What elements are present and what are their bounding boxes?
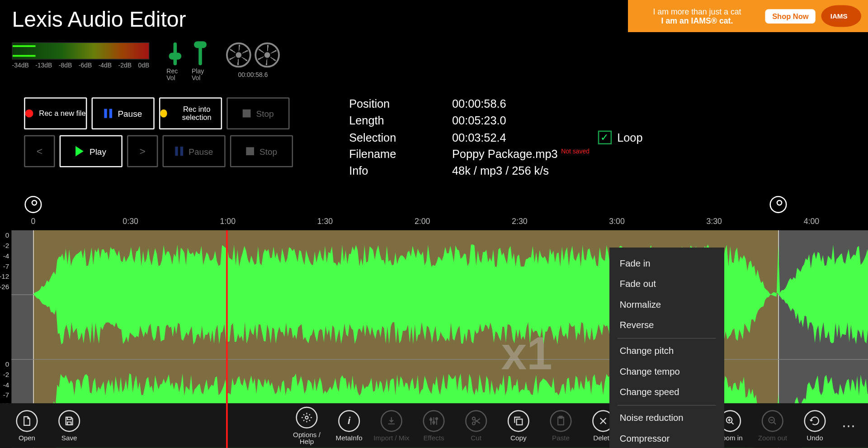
bottom-toolbar: Open Save Options / Help iMetaInfo Impor… (0, 403, 868, 448)
record-pause-button[interactable]: Pause (92, 97, 155, 129)
zoom-in-icon (725, 415, 736, 426)
menu-change-pitch[interactable]: Change pitch (609, 341, 724, 362)
effects-context-menu: Fade in Fade out Normalize Reverse Chang… (609, 248, 724, 448)
play-button[interactable]: Play (60, 135, 123, 167)
menu-fade-out[interactable]: Fade out (609, 274, 724, 295)
playhead[interactable] (226, 230, 228, 448)
more-button[interactable]: ⋯ (836, 418, 862, 434)
zoom-out-button: Zoom out (751, 410, 794, 442)
play-icon (76, 146, 84, 157)
metainfo-button[interactable]: iMetaInfo (328, 410, 370, 442)
rec-volume-slider[interactable]: Rec Vol (166, 43, 184, 81)
selection-end-marker[interactable] (770, 196, 787, 213)
ad-shop-button[interactable]: Shop Now (765, 9, 816, 24)
tape-reel-indicator: 00:00:58.6 (226, 43, 280, 78)
filename-label: Filename (349, 148, 452, 161)
gear-icon (301, 411, 312, 423)
open-button[interactable]: Open (6, 410, 48, 442)
ad-text: I am more than just a catI am an IAMS® c… (635, 7, 760, 25)
stop-icon (242, 110, 250, 118)
menu-fade-in[interactable]: Fade in (609, 253, 724, 274)
record-sel-icon (160, 110, 167, 118)
menu-reverse[interactable]: Reverse (609, 315, 724, 336)
play-vol-label: Play Vol (192, 67, 209, 81)
x-icon (597, 415, 609, 426)
selection-label: Selection (349, 131, 452, 144)
app-title: Lexis Audio Editor (12, 7, 186, 32)
seek-prev-button: < (24, 135, 55, 167)
menu-normalize[interactable]: Normalize (609, 295, 724, 315)
copy-icon (513, 415, 524, 426)
svg-rect-6 (517, 419, 523, 425)
undo-icon (809, 415, 821, 426)
reel-time: 00:00:58.6 (238, 71, 268, 78)
undo-button[interactable]: Undo (794, 410, 836, 442)
time-ruler: 0 0:30 1:00 1:30 2:00 2:30 3:00 3:30 4:0… (11, 216, 868, 230)
position-value: 00:00:58.6 (452, 97, 506, 110)
rec-vol-label: Rec Vol (166, 67, 184, 81)
play-volume-slider[interactable]: Play Vol (192, 43, 209, 81)
play-stop-button: Stop (230, 135, 293, 167)
svg-point-0 (305, 416, 308, 419)
sliders-icon (428, 415, 439, 426)
not-saved-badge: Not saved (561, 148, 590, 155)
info-icon: i (348, 415, 350, 427)
effects-button: Effects (413, 410, 455, 442)
stop-icon (246, 147, 254, 155)
menu-compressor[interactable]: Compressor (609, 429, 724, 448)
filename-value: Poppy Package.mp3Not saved (452, 148, 590, 161)
save-button[interactable]: Save (48, 410, 90, 442)
vu-meter: -34dB-13dB-8dB -6dB-4dB-2dB 0dB (12, 43, 150, 69)
import-icon (386, 415, 397, 426)
length-value: 00:05:23.0 (452, 114, 506, 127)
info-value: 48k / mp3 / 256 k/s (452, 164, 549, 177)
play-pause-button: Pause (162, 135, 225, 167)
record-stop-button: Stop (226, 97, 289, 129)
position-label: Position (349, 97, 452, 110)
db-scale-left-top: 0-2-4-7-12-26 (0, 230, 9, 292)
file-open-icon (21, 415, 33, 426)
paste-button: Paste (540, 410, 582, 442)
ad-banner[interactable]: I am more than just a catI am an IAMS® c… (628, 0, 868, 32)
loop-toggle[interactable]: ✓Loop (598, 131, 642, 144)
info-label: Info (349, 164, 452, 177)
record-into-selection-button[interactable]: Rec into selection (159, 97, 222, 129)
record-new-file-button[interactable]: Rec a new file (24, 97, 87, 129)
seek-next-button: > (127, 135, 158, 167)
import-mix-button: Import / Mix (370, 410, 413, 442)
vu-db-labels: -34dB-13dB-8dB -6dB-4dB-2dB 0dB (12, 62, 150, 69)
cut-button: Cut (455, 410, 497, 442)
record-icon (25, 110, 33, 118)
zoom-out-icon (767, 415, 778, 426)
menu-change-speed[interactable]: Change speed (609, 382, 724, 403)
selection-value: 00:03:52.4 (452, 131, 506, 144)
menu-change-tempo[interactable]: Change tempo (609, 362, 724, 382)
options-button[interactable]: Options / Help (286, 406, 328, 445)
pause-icon (104, 109, 112, 118)
clipboard-icon (555, 415, 566, 426)
checkbox-checked-icon: ✓ (598, 131, 611, 144)
length-label: Length (349, 114, 452, 127)
menu-noise-reduction[interactable]: Noise reduction (609, 408, 724, 429)
pause-icon (175, 147, 183, 156)
scissors-icon (470, 415, 481, 426)
selection-start-marker[interactable] (24, 196, 42, 213)
ad-logo (821, 5, 861, 27)
copy-button[interactable]: Copy (497, 410, 540, 442)
save-icon (64, 415, 75, 426)
